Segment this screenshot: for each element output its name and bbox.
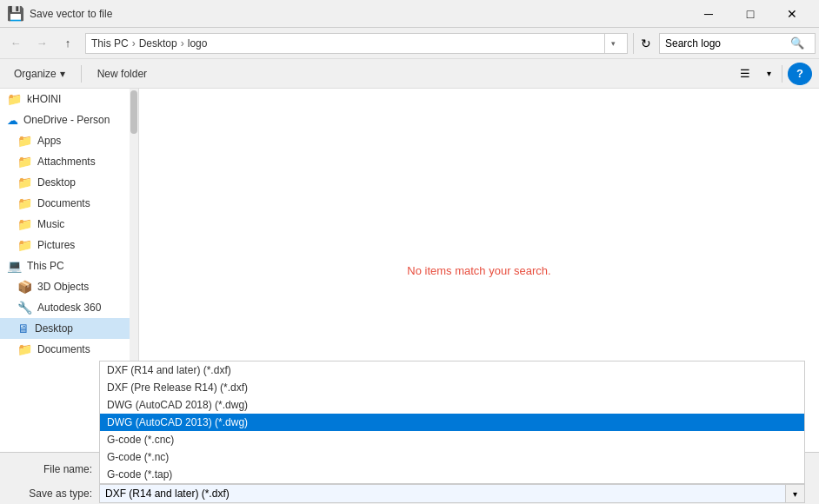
maximize-button[interactable]: □ bbox=[730, 0, 770, 28]
sidebar-item-documents-od[interactable]: 📁 Documents bbox=[0, 193, 130, 214]
sidebar-item-thispc[interactable]: 💻 This PC bbox=[0, 255, 130, 276]
pc-icon: 💻 bbox=[7, 259, 22, 273]
search-input[interactable] bbox=[665, 37, 787, 50]
folder-icon: 📁 bbox=[17, 134, 32, 148]
title-bar: 💾 Save vector to file ─ □ ✕ bbox=[0, 0, 819, 28]
toolbar-right: ☰ ▾ ? bbox=[733, 63, 812, 85]
breadcrumb-dropdown-button[interactable]: ▾ bbox=[604, 33, 622, 54]
sidebar-item-pictures[interactable]: 📁 Pictures bbox=[0, 235, 130, 255]
sidebar-item-label: Documents bbox=[37, 343, 90, 355]
sidebar-item-autodesk[interactable]: 🔧 Autodesk 360 bbox=[0, 297, 130, 318]
bottom-panel: File name: Save Cancel Save as type: DXF… bbox=[0, 452, 819, 504]
sidebar-item-label: Documents bbox=[37, 197, 90, 209]
breadcrumb-thispc: This PC bbox=[91, 37, 129, 50]
sidebar-item-label: Autodesk 360 bbox=[37, 302, 101, 314]
sidebar-item-label: 3D Objects bbox=[37, 281, 89, 293]
title-bar-title: Save vector to file bbox=[30, 8, 112, 20]
breadcrumb-logo: logo bbox=[188, 37, 208, 50]
autodesk-icon: 🔧 bbox=[17, 301, 32, 315]
folder-icon: 📁 bbox=[17, 238, 32, 252]
sidebar-item-label: Desktop bbox=[37, 176, 76, 189]
sidebar-item-3dobjects[interactable]: 📦 3D Objects bbox=[0, 276, 130, 297]
toolbar-sep2 bbox=[782, 65, 782, 83]
sidebar-item-label: kHOINI bbox=[27, 93, 61, 105]
desktop-icon: 🖥 bbox=[17, 322, 30, 335]
minimize-button[interactable]: ─ bbox=[689, 0, 729, 28]
sidebar-item-label: Music bbox=[37, 218, 64, 230]
sidebar-section: 📁 kHOINI ☁ OneDrive - Person 📁 Apps 📁 At… bbox=[0, 89, 130, 360]
dropdown-list: DXF (R14 and later) (*.dxf) DXF (Pre Rel… bbox=[99, 361, 805, 484]
sidebar-item-onedrive[interactable]: ☁ OneDrive - Person bbox=[0, 109, 130, 130]
new-folder-label: New folder bbox=[97, 68, 147, 80]
dropdown-item-6[interactable]: G-code (*.tap) bbox=[100, 466, 804, 483]
filename-label: File name: bbox=[14, 463, 92, 475]
view-button[interactable]: ☰ bbox=[733, 63, 757, 85]
sidebar-item-documents[interactable]: 📁 Documents bbox=[0, 339, 130, 360]
saveastype-dropdown-container: DXF (R14 and later) (*.dxf) ▾ DXF (R14 a… bbox=[99, 484, 805, 503]
save-icon: 💾 bbox=[7, 5, 24, 22]
sidebar-item-khoini[interactable]: 📁 kHOINI bbox=[0, 89, 130, 109]
saveastype-label: Save as type: bbox=[14, 487, 92, 500]
empty-message: No items match your search. bbox=[407, 264, 550, 277]
sidebar-item-music[interactable]: 📁 Music bbox=[0, 214, 130, 235]
sidebar-item-desktop[interactable]: 🖥 Desktop bbox=[0, 318, 130, 339]
close-button[interactable]: ✕ bbox=[772, 0, 812, 28]
title-bar-controls: ─ □ ✕ bbox=[689, 0, 812, 28]
saveastype-row: Save as type: DXF (R14 and later) (*.dxf… bbox=[14, 484, 805, 503]
back-button[interactable]: ← bbox=[3, 31, 28, 56]
sidebar-item-label: OneDrive - Person bbox=[23, 114, 110, 126]
organize-arrow: ▾ bbox=[60, 68, 65, 80]
organize-label: Organize bbox=[14, 68, 57, 80]
dropdown-item-0[interactable]: DXF (R14 and later) (*.dxf) bbox=[100, 361, 804, 379]
sidebar-item-label: Apps bbox=[37, 135, 61, 147]
new-folder-button[interactable]: New folder bbox=[90, 63, 154, 85]
help-button[interactable]: ? bbox=[788, 63, 812, 85]
cloud-icon: ☁ bbox=[7, 114, 18, 127]
nav-bar: ← → ↑ This PC › Desktop › logo ▾ ↻ 🔍 bbox=[0, 28, 819, 59]
dropdown-item-1[interactable]: DXF (Pre Release R14) (*.dxf) bbox=[100, 379, 804, 396]
dropdown-item-4[interactable]: G-code (*.cnc) bbox=[100, 431, 804, 448]
sidebar-item-label: Pictures bbox=[37, 239, 75, 251]
scrollbar-thumb bbox=[130, 90, 137, 134]
folder-icon: 📁 bbox=[7, 92, 22, 106]
toolbar: Organize ▾ New folder ☰ ▾ ? bbox=[0, 59, 819, 89]
search-button[interactable]: 🔍 bbox=[790, 36, 804, 50]
folder-icon: 📁 bbox=[17, 155, 32, 169]
folder-icon: 📁 bbox=[17, 217, 32, 231]
refresh-button[interactable]: ↻ bbox=[633, 33, 657, 54]
title-bar-left: 💾 Save vector to file bbox=[7, 5, 112, 22]
up-button[interactable]: ↑ bbox=[56, 31, 80, 56]
folder-icon: 📁 bbox=[17, 342, 32, 356]
dropdown-item-5[interactable]: G-code (*.nc) bbox=[100, 448, 804, 466]
folder-3d-icon: 📦 bbox=[17, 280, 32, 294]
saveastype-arrow[interactable]: ▾ bbox=[786, 484, 805, 503]
sidebar-item-desktop-od[interactable]: 📁 Desktop bbox=[0, 172, 130, 193]
breadcrumb-desktop: Desktop bbox=[139, 37, 177, 50]
saveastype-display: DXF (R14 and later) (*.dxf) bbox=[99, 484, 786, 503]
sidebar-item-label: Attachments bbox=[37, 156, 96, 168]
folder-icon: 📁 bbox=[17, 176, 32, 189]
breadcrumb[interactable]: This PC › Desktop › logo ▾ bbox=[85, 33, 628, 54]
dropdown-item-3[interactable]: DWG (AutoCAD 2013) (*.dwg) bbox=[100, 414, 804, 431]
search-bar: 🔍 bbox=[659, 33, 816, 54]
forward-button[interactable]: → bbox=[30, 31, 54, 56]
sidebar-item-label: Desktop bbox=[35, 322, 73, 335]
dropdown-item-2[interactable]: DWG (AutoCAD 2018) (*.dwg) bbox=[100, 396, 804, 414]
organize-button[interactable]: Organize ▾ bbox=[7, 63, 72, 85]
toolbar-separator bbox=[81, 65, 82, 83]
sidebar-item-attachments[interactable]: 📁 Attachments bbox=[0, 151, 130, 172]
view-dropdown-button[interactable]: ▾ bbox=[761, 63, 776, 85]
sidebar-item-apps[interactable]: 📁 Apps bbox=[0, 130, 130, 151]
folder-icon: 📁 bbox=[17, 196, 32, 210]
saveastype-select[interactable]: DXF (R14 and later) (*.dxf) ▾ bbox=[99, 484, 805, 503]
sidebar-item-label: This PC bbox=[27, 260, 64, 272]
